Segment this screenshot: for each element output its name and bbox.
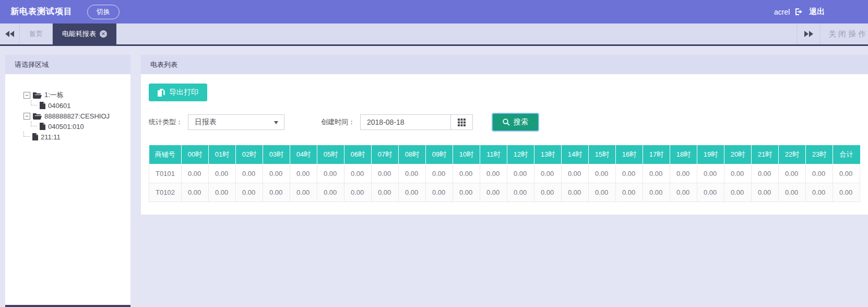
table-header-cell: 09时 <box>426 145 453 164</box>
value-cell: 0.00 <box>317 164 344 183</box>
table-header-cell: 06时 <box>344 145 372 164</box>
table-header-cell: 12时 <box>507 145 534 164</box>
double-chevron-right-icon <box>804 31 813 37</box>
value-cell: 0.00 <box>806 183 833 202</box>
area-tree: − 1:一栋 040601 − <box>5 74 130 142</box>
search-button[interactable]: 搜索 <box>492 113 539 132</box>
switch-project-button[interactable]: 切换 <box>87 5 120 19</box>
value-cell: 0.00 <box>209 183 236 202</box>
tree-node-label: 1:一栋 <box>44 90 64 100</box>
sidebar-bottom-strip <box>5 305 130 307</box>
table-header-cell: 02时 <box>236 145 263 164</box>
value-cell: 0.00 <box>344 164 372 183</box>
value-cell: 0.00 <box>643 183 670 202</box>
value-cell: 0.00 <box>182 183 209 202</box>
calendar-button[interactable] <box>450 114 473 130</box>
tree-connector <box>31 100 37 105</box>
value-cell: 0.00 <box>534 164 562 183</box>
value-cell: 0.00 <box>724 183 752 202</box>
user-area: acrel 退出 <box>774 0 825 23</box>
tree-node-label: 888888827:CESHIOJ <box>44 112 110 120</box>
table-header-cell: 05时 <box>317 145 344 164</box>
value-cell: 0.00 <box>697 164 724 183</box>
tree-connector <box>31 121 37 126</box>
value-cell: 0.00 <box>209 164 236 183</box>
export-print-button[interactable]: 导出打印 <box>149 84 207 101</box>
tree-children: 040501:010 <box>31 121 130 132</box>
folder-icon <box>33 113 42 120</box>
value-cell: 0.00 <box>480 164 507 183</box>
table-header-cell: 19时 <box>697 145 724 164</box>
logout-icon[interactable] <box>795 8 804 16</box>
sidebar-header: 请选择区域 <box>5 55 130 74</box>
close-tab-icon[interactable]: ✕ <box>100 30 107 38</box>
table-header-cell: 商铺号 <box>149 145 182 164</box>
header-row: 商铺号00时01时02时03时04时05时06时07时08时09时10时11时1… <box>149 145 860 164</box>
value-cell: 0.00 <box>643 164 670 183</box>
tree-node-file[interactable]: 211:11 <box>23 132 130 142</box>
value-cell: 0.00 <box>453 183 480 202</box>
value-cell: 0.00 <box>263 164 290 183</box>
shop-id-cell: T0101 <box>149 164 182 183</box>
export-print-label: 导出打印 <box>169 88 198 97</box>
table-header-cell: 03时 <box>263 145 290 164</box>
tree-children: 040601 <box>31 100 130 111</box>
tab-energy-report-label: 电能耗报表 <box>62 29 96 39</box>
collapse-icon[interactable]: − <box>23 92 30 99</box>
table-header-cell: 17时 <box>643 145 670 164</box>
tree-node-file[interactable]: 040601 <box>31 100 130 111</box>
value-cell: 0.00 <box>290 183 317 202</box>
scroll-tabs-right-button[interactable] <box>796 23 819 44</box>
table-header-cell: 16时 <box>616 145 643 164</box>
value-cell: 0.00 <box>263 183 290 202</box>
value-cell: 0.00 <box>372 183 399 202</box>
meter-table-head: 商铺号00时01时02时03时04时05时06时07时08时09时10时11时1… <box>149 145 860 164</box>
collapse-icon[interactable]: − <box>23 113 30 120</box>
value-cell: 0.00 <box>426 183 453 202</box>
create-date-input[interactable] <box>360 114 450 130</box>
report-type-select[interactable]: 日报表 <box>188 114 284 130</box>
table-header-cell: 07时 <box>372 145 399 164</box>
value-cell: 0.00 <box>399 183 426 202</box>
value-cell: 0.00 <box>752 164 779 183</box>
value-cell: 0.00 <box>670 164 697 183</box>
search-label: 搜索 <box>514 117 528 127</box>
value-cell: 0.00 <box>399 164 426 183</box>
value-cell: 0.00 <box>507 164 534 183</box>
filter-row: 统计类型： 日报表 创建时间： 搜索 <box>149 113 860 132</box>
tree-node-label: 040601 <box>48 102 70 110</box>
table-header-cell: 10时 <box>453 145 480 164</box>
tab-home[interactable]: 首页 <box>20 23 53 44</box>
value-cell: 0.00 <box>806 164 833 183</box>
folder-icon <box>33 92 42 99</box>
file-icon <box>40 123 45 130</box>
logout-button[interactable]: 退出 <box>809 7 825 17</box>
tree-node-folder[interactable]: − 1:一栋 <box>23 90 130 100</box>
username: acrel <box>774 8 790 16</box>
scroll-tabs-left-button[interactable] <box>0 23 20 44</box>
table-header-cell: 04时 <box>290 145 317 164</box>
table-header-cell: 14时 <box>562 145 589 164</box>
tree-node-file[interactable]: 040501:010 <box>31 121 130 132</box>
table-header-cell: 08时 <box>399 145 426 164</box>
tree-node-folder[interactable]: − 888888827:CESHIOJ <box>23 111 130 121</box>
panel-body: 导出打印 统计类型： 日报表 创建时间： 搜索 商铺号00时01时02时03时 <box>141 74 868 215</box>
export-icon <box>158 89 165 97</box>
value-cell: 0.00 <box>616 164 643 183</box>
value-cell: 0.00 <box>589 164 616 183</box>
chevron-down-icon <box>274 121 278 124</box>
table-header-cell: 21时 <box>752 145 779 164</box>
close-operations-menu[interactable]: 关闭操作 <box>819 23 868 44</box>
calendar-grid-icon <box>458 119 466 126</box>
value-cell: 0.00 <box>589 183 616 202</box>
date-picker-group <box>360 114 473 130</box>
value-cell: 0.00 <box>779 183 806 202</box>
value-cell: 0.00 <box>507 183 534 202</box>
tree-node-label: 211:11 <box>41 133 61 141</box>
value-cell: 0.00 <box>426 164 453 183</box>
tree-node-label: 040501:010 <box>48 123 84 131</box>
tab-energy-report[interactable]: 电能耗报表 ✕ <box>53 23 116 44</box>
value-cell: 0.00 <box>562 183 589 202</box>
value-cell: 0.00 <box>182 164 209 183</box>
meter-table-body: T01010.000.000.000.000.000.000.000.000.0… <box>149 164 860 202</box>
